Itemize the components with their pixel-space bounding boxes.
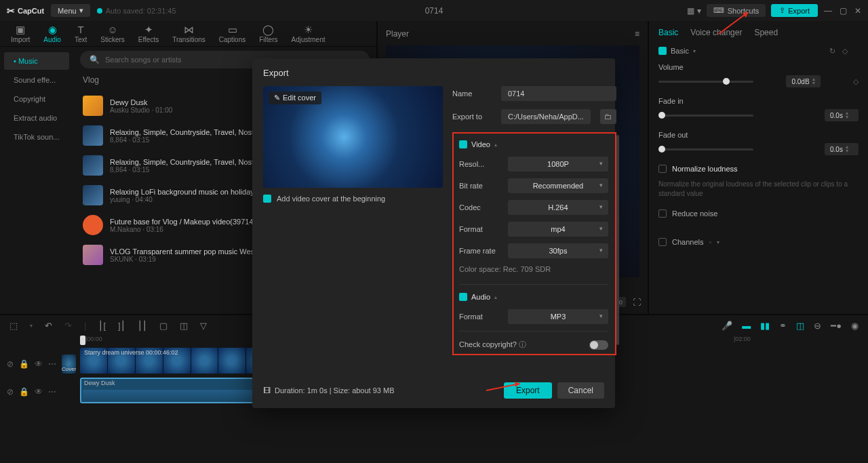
minimize-button[interactable]: — (823, 6, 833, 16)
copyright-toggle[interactable] (589, 340, 608, 350)
cover-thumb[interactable]: Cover (62, 355, 76, 374)
mute-icon[interactable]: ⊘ (7, 359, 14, 369)
resolution-select[interactable]: 1080P▾ (508, 157, 608, 172)
framerate-label: Frame rate (459, 247, 501, 255)
section-label: Basic (671, 47, 689, 55)
colorspace-text: Color space: Rec. 709 SDR (459, 265, 608, 273)
sidebar-sound-effects[interactable]: Sound effe... (4, 71, 69, 89)
tab-effects[interactable]: ✦Effects (132, 21, 165, 46)
framerate-select[interactable]: 30fps▾ (508, 243, 608, 258)
edit-cover-button[interactable]: ✎Edit cover (269, 92, 321, 104)
layout-icon[interactable]: ▦ ▾ (687, 6, 701, 16)
rtab-basic[interactable]: Basic (658, 28, 678, 37)
sidebar-copyright[interactable]: Copyright (4, 90, 69, 108)
mute-icon[interactable]: ⊘ (7, 387, 14, 397)
maximize-button[interactable]: ▢ (838, 6, 848, 16)
marker-icon[interactable]: ▽ (200, 321, 207, 331)
add-cover-checkbox[interactable] (263, 195, 271, 203)
tab-audio[interactable]: ◉Audio (37, 21, 68, 46)
film-icon: 🎞 (263, 386, 271, 395)
basic-checkbox[interactable] (658, 47, 667, 55)
volume-value[interactable]: 0.0dB▴▾ (786, 75, 820, 87)
export-path-input[interactable]: C:/Users/Neha/AppD... (501, 109, 591, 124)
rtab-voice[interactable]: Voice changer (690, 28, 742, 37)
codec-select[interactable]: H.264▾ (508, 200, 608, 215)
tl-icon-2[interactable]: ▮▮ (760, 321, 770, 331)
lock-icon[interactable]: 🔒 (19, 387, 29, 397)
lock-icon[interactable]: 🔒 (19, 359, 29, 369)
tab-stickers[interactable]: ☺Stickers (94, 21, 132, 46)
shortcuts-button[interactable]: ⌨Shortcuts (707, 4, 766, 17)
fadein-value[interactable]: 0.0s▴▾ (825, 109, 859, 121)
info-icon[interactable]: ⓘ (517, 340, 526, 348)
visible-icon[interactable]: 👁 (35, 387, 43, 397)
fadein-slider[interactable] (658, 115, 753, 117)
reset-icon[interactable]: ↻ (829, 47, 835, 56)
video-checkbox[interactable] (459, 140, 467, 148)
mic-icon[interactable]: 🎤 (722, 321, 732, 331)
reduce-noise-checkbox[interactable] (658, 209, 667, 218)
split-icon[interactable]: ⎮[ (98, 321, 106, 331)
rtab-speed[interactable]: Speed (754, 28, 778, 37)
delete-icon[interactable]: ▢ (159, 321, 167, 331)
undo-icon[interactable]: ↶ (45, 321, 52, 331)
modal-cancel-button[interactable]: Cancel (557, 382, 604, 399)
chevron-down-icon: ▾ (599, 225, 603, 232)
sidebar-tiktok-sounds[interactable]: TikTok soun... (4, 128, 69, 146)
redo-icon[interactable]: ↷ (64, 321, 72, 331)
codec-label: Codec (459, 203, 501, 212)
split-left-icon[interactable]: ]⎮ (118, 321, 125, 331)
zoom-fit-icon[interactable]: ◉ (851, 321, 859, 331)
tl-icon-3[interactable]: ◫ (796, 321, 804, 331)
close-button[interactable]: ✕ (853, 6, 863, 16)
export-modal: Export ✎Edit cover Add video cover at th… (252, 58, 615, 408)
track-thumb (83, 125, 103, 146)
chevron-down-icon: ▾ (599, 182, 603, 188)
adjustment-icon: ☀ (304, 24, 313, 35)
tab-captions[interactable]: ▭Captions (212, 21, 252, 46)
export-top-button[interactable]: ⇪Export (771, 4, 818, 17)
fullscreen-icon[interactable]: ⛶ (633, 298, 641, 307)
import-icon: ▣ (16, 24, 25, 35)
cursor-tool-icon[interactable]: ⬚ (9, 321, 18, 331)
chevron-down-icon: ▾ (599, 313, 603, 319)
menu-button[interactable]: Menu▾ (51, 4, 90, 17)
bitrate-select[interactable]: Recommended▾ (508, 178, 608, 193)
sidebar-extract-audio[interactable]: Extract audio (4, 109, 69, 127)
keyframe-icon[interactable]: ◇ (842, 47, 848, 56)
zoom-out-icon[interactable]: ⊖ (814, 321, 821, 331)
more-icon[interactable]: ⋯ (48, 359, 56, 369)
tab-adjustment[interactable]: ☀Adjustment (284, 21, 332, 46)
normalize-checkbox[interactable] (658, 165, 667, 173)
audio-format-select[interactable]: MP3▾ (508, 309, 608, 324)
folder-icon[interactable]: 🗀 (600, 109, 616, 124)
crop-icon[interactable]: ◫ (180, 321, 188, 331)
tab-filters[interactable]: ◯Filters (252, 21, 284, 46)
name-input[interactable]: 0714 (501, 86, 616, 101)
fadeout-slider[interactable] (658, 148, 753, 150)
tab-import[interactable]: ▣Import (4, 21, 37, 46)
audio-checkbox[interactable] (459, 293, 467, 301)
zoom-slider[interactable]: ━● (831, 321, 842, 331)
tab-transitions[interactable]: ⋈Transitions (165, 21, 212, 46)
player-menu-icon[interactable]: ≡ (635, 29, 639, 39)
visible-icon[interactable]: 👁 (35, 359, 43, 369)
keyframe-icon[interactable]: ◇ (853, 77, 859, 86)
volume-slider[interactable] (658, 81, 753, 83)
link-icon[interactable]: ⚭ (779, 321, 787, 331)
sidebar-music[interactable]: • Music (4, 52, 69, 70)
reduce-noise-label: Reduce noise (672, 209, 717, 218)
more-icon[interactable]: ⋯ (48, 387, 56, 397)
tl-icon-1[interactable]: ▬ (742, 321, 751, 331)
modal-export-button[interactable]: Export (504, 382, 552, 399)
info-icon[interactable]: ◦ (709, 238, 711, 246)
channels-checkbox[interactable] (658, 238, 667, 246)
split-right-icon[interactable]: ⎮⎮ (138, 321, 147, 331)
playhead[interactable] (80, 336, 85, 345)
tab-text[interactable]: TText (68, 21, 94, 46)
autosave-status: Auto saved: 02:31:45 (97, 7, 176, 15)
fadeout-value[interactable]: 0.0s▴▾ (825, 143, 859, 155)
scrollbar[interactable] (616, 135, 619, 345)
transitions-icon: ⋈ (184, 24, 194, 35)
format-select[interactable]: mp4▾ (508, 222, 608, 237)
